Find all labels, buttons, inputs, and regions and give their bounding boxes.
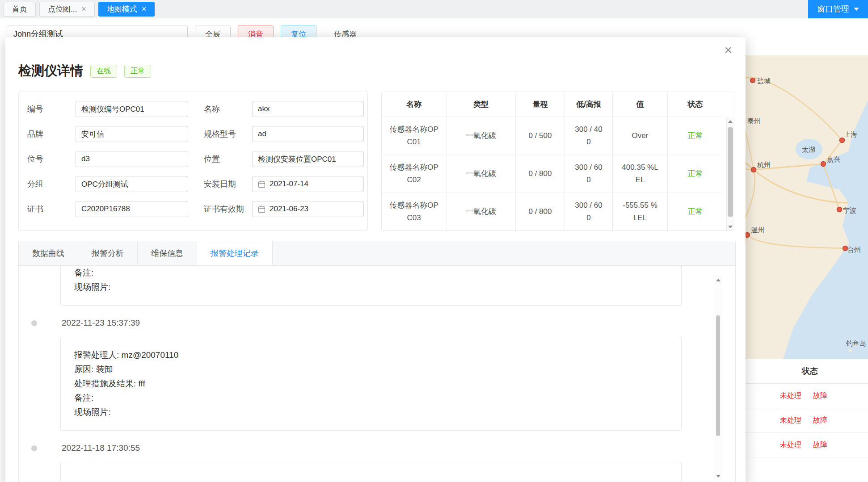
- map-marker[interactable]: [843, 246, 848, 251]
- alarm-record-card: [60, 462, 682, 482]
- map-label: 盐城: [757, 77, 771, 84]
- scroll-up-icon[interactable]: [715, 276, 721, 284]
- unhandled-link[interactable]: 未处理: [780, 416, 801, 425]
- sensor-status: 正常: [668, 155, 723, 193]
- detector-detail-modal: × 检测仪详情 在线 正常 编号 检测仪编号OPC01 名称 akx 品牌 安可: [5, 37, 746, 482]
- record-remark: 备注:: [74, 266, 668, 280]
- sensor-range: 0 / 500: [516, 117, 565, 155]
- map-marker[interactable]: [837, 207, 842, 212]
- sensor-alarm: 300 / 600: [565, 155, 613, 193]
- table-row[interactable]: 传感器名称OPC03 一氧化碳 0 / 800 300 / 600 -555.5…: [382, 193, 734, 231]
- brand-input[interactable]: 安可信: [76, 126, 188, 142]
- field-label-model: 规格型号: [204, 129, 252, 139]
- sensor-table-header: 名称 类型 量程 低/高报 值 状态: [382, 92, 734, 117]
- records-scrollbar[interactable]: [715, 276, 721, 480]
- tab-point-map-label: 点位图...: [48, 4, 77, 14]
- brand-value: 安可信: [81, 129, 104, 139]
- field-label-install-date: 安装日期: [204, 179, 252, 189]
- scroll-down-icon[interactable]: [715, 472, 721, 480]
- field-label-location: 位置: [204, 154, 252, 164]
- tab-alarm-analysis[interactable]: 报警分析: [78, 241, 138, 265]
- record-result: 处理措施及结果: fff: [74, 377, 668, 391]
- top-tab-bar: 首页 点位图... × 地图模式 × 窗口管理: [0, 0, 868, 18]
- map-diaoyu-islet: [849, 349, 852, 352]
- sensor-table: 名称 类型 量程 低/高报 值 状态 传感器名称OPC01 一氧化碳 0 / 5…: [381, 92, 734, 231]
- sensor-alarm: 300 / 600: [565, 193, 613, 231]
- scroll-down-icon[interactable]: [727, 223, 734, 231]
- table-row[interactable]: 传感器名称OPC02 一氧化碳 0 / 800 300 / 600 400.35…: [382, 155, 734, 193]
- alarm-record-card: 报警处理人: mz@20070110 原因: 装卸 处理措施及结果: fff 备…: [60, 337, 682, 431]
- chevron-down-icon: [854, 8, 859, 11]
- timeline-dot-icon: [31, 445, 37, 451]
- map-label: 太湖: [802, 146, 815, 153]
- unhandled-link[interactable]: 未处理: [780, 391, 801, 401]
- close-icon[interactable]: ×: [142, 5, 147, 13]
- detail-tabs: 数据曲线 报警分析 维保信息 报警处理记录: [18, 241, 736, 266]
- record-photos: 现场照片:: [74, 405, 668, 419]
- table-row[interactable]: 传感器名称OPC01 一氧化碳 0 / 500 300 / 400 Over 正…: [382, 117, 734, 155]
- close-icon[interactable]: ×: [81, 5, 86, 13]
- field-label-cert-expiry: 证书有效期: [204, 204, 252, 214]
- tab-map-mode[interactable]: 地图模式 ×: [98, 2, 155, 17]
- detector-info-form: 编号 检测仪编号OPC01 名称 akx 品牌 安可信 规格型号 ad: [18, 92, 368, 231]
- tab-map-mode-label: 地图模式: [107, 4, 137, 14]
- alarm-record-card: 备注: 现场照片:: [60, 266, 682, 306]
- cert-expiry-picker[interactable]: 2021-06-23: [252, 201, 364, 217]
- sensor-range: 0 / 800: [516, 193, 565, 231]
- location-value: 检测仪安装位置OPC01: [258, 154, 336, 164]
- map-marker[interactable]: [840, 138, 845, 143]
- sensor-value: Over: [613, 117, 668, 155]
- sensor-table-scrollbar[interactable]: [726, 117, 734, 231]
- scrollbar-thumb[interactable]: [716, 315, 720, 436]
- fault-badge[interactable]: 故障: [813, 391, 827, 401]
- record-remark: 备注:: [74, 391, 668, 405]
- timeline-entry: 2022-11-18 17:30:55: [31, 443, 735, 453]
- map-label: 杭州: [757, 161, 771, 168]
- tag-input[interactable]: d3: [76, 151, 188, 167]
- map-marker[interactable]: [745, 233, 750, 238]
- tab-home[interactable]: 首页: [4, 2, 36, 17]
- field-label-name: 名称: [204, 104, 252, 114]
- map-label: 宁波: [843, 206, 856, 214]
- tab-maintenance-info[interactable]: 维保信息: [138, 241, 197, 265]
- sensor-type: 一氧化碳: [447, 193, 516, 231]
- sensor-name: 传感器名称OPC01: [382, 117, 447, 155]
- fault-badge[interactable]: 故障: [813, 440, 827, 450]
- group-input[interactable]: OPC分组测试: [76, 176, 188, 192]
- map-label: 泰州: [747, 117, 761, 125]
- alarm-records-panel: 备注: 现场照片: 2022-11-23 15:37:39 报警处理人: mz@…: [18, 266, 736, 482]
- tab-point-map[interactable]: 点位图... ×: [39, 2, 95, 17]
- certificate-input[interactable]: C2020P16788: [76, 201, 188, 217]
- record-photos: 现场照片:: [74, 280, 668, 294]
- location-input[interactable]: 检测仪安装位置OPC01: [252, 151, 364, 167]
- number-input[interactable]: 检测仪编号OPC01: [76, 101, 188, 117]
- sensor-name: 传感器名称OPC03: [382, 193, 447, 231]
- map-label: 嘉兴: [827, 155, 840, 163]
- name-input[interactable]: akx: [252, 101, 364, 117]
- unhandled-link[interactable]: 未处理: [780, 440, 801, 450]
- tab-data-curve[interactable]: 数据曲线: [19, 241, 78, 265]
- install-date-value: 2021-07-14: [270, 180, 308, 189]
- map-marker[interactable]: [750, 78, 755, 83]
- sensor-status: 正常: [668, 117, 723, 155]
- sensor-type: 一氧化碳: [447, 117, 516, 155]
- scroll-up-icon[interactable]: [727, 117, 734, 125]
- col-header-name: 名称: [382, 92, 447, 117]
- col-header-status: 状态: [668, 92, 723, 117]
- detail-section: 编号 检测仪编号OPC01 名称 akx 品牌 安可信 规格型号 ad: [18, 92, 734, 231]
- sensor-alarm: 300 / 400: [565, 117, 613, 155]
- install-date-picker[interactable]: 2021-07-14: [252, 176, 364, 192]
- map-marker[interactable]: [821, 162, 826, 167]
- fault-badge[interactable]: 故障: [813, 416, 827, 425]
- model-input[interactable]: ad: [252, 126, 364, 142]
- field-label-certificate: 证书: [27, 204, 76, 214]
- close-icon[interactable]: ×: [724, 43, 732, 57]
- scrollbar-thumb[interactable]: [728, 127, 733, 217]
- tab-alarm-records[interactable]: 报警处理记录: [197, 241, 273, 265]
- map-label: 温州: [751, 226, 764, 234]
- window-manage-label: 窗口管理: [817, 4, 849, 14]
- online-badge: 在线: [90, 65, 117, 78]
- map-label: 台州: [847, 246, 861, 253]
- map-marker[interactable]: [751, 168, 756, 172]
- window-manage-button[interactable]: 窗口管理: [808, 0, 868, 18]
